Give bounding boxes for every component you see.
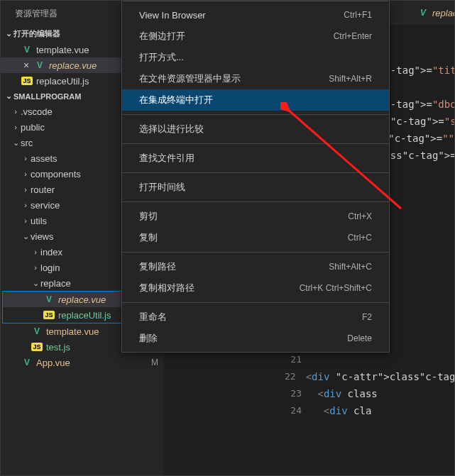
vue-icon <box>21 358 33 367</box>
menu-open-with[interactable]: 打开方式... <box>122 47 389 68</box>
menu-separator <box>122 172 389 173</box>
menu-cut[interactable]: 剪切Ctrl+X <box>122 206 389 227</box>
vue-icon <box>43 294 55 304</box>
chevron-right-icon: › <box>31 248 40 256</box>
menu-separator <box>122 201 389 202</box>
menu-copy-path[interactable]: 复制路径Shift+Alt+C <box>122 256 389 277</box>
js-icon <box>31 343 43 351</box>
vue-icon <box>33 60 46 70</box>
file-name: App.vue <box>36 358 146 368</box>
menu-select-compare[interactable]: 选择以进行比较 <box>122 118 389 140</box>
menu-open-timeline[interactable]: 打开时间线 <box>122 177 389 198</box>
menu-copy[interactable]: 复制Ctrl+C <box>122 227 389 248</box>
menu-separator <box>122 114 389 115</box>
menu-separator <box>122 143 389 144</box>
chevron-right-icon: › <box>21 185 31 194</box>
code-line: 21 <box>285 351 454 368</box>
close-icon[interactable]: × <box>21 60 32 71</box>
js-icon <box>43 311 55 319</box>
chevron-down-icon: ⌄ <box>11 138 21 148</box>
vue-icon <box>31 326 43 336</box>
vue-icon <box>21 45 33 55</box>
chevron-right-icon: › <box>21 170 31 178</box>
code-line: 24 <div cla <box>285 402 454 419</box>
chevron-down-icon: ⌄ <box>4 29 13 38</box>
menu-view-in-browser[interactable]: View In BrowserCtrl+F1 <box>122 4 389 26</box>
js-icon <box>21 77 33 85</box>
menu-delete[interactable]: 删除Delete <box>122 328 389 349</box>
chevron-right-icon: › <box>11 123 21 131</box>
open-editors-label: 打开的编辑器 <box>13 28 60 39</box>
git-status: M <box>146 358 164 367</box>
menu-separator <box>122 302 389 303</box>
file-item[interactable]: App.vue M <box>1 355 164 370</box>
chevron-down-icon: ⌄ <box>4 92 13 101</box>
vue-icon <box>417 8 429 18</box>
chevron-right-icon: › <box>21 201 31 209</box>
chevron-right-icon: › <box>11 107 21 116</box>
menu-open-in-terminal[interactable]: 在集成终端中打开 <box>122 89 389 111</box>
editor-tab[interactable]: replace.vue <box>410 1 455 25</box>
menu-rename[interactable]: 重命名F2 <box>122 306 389 328</box>
menu-separator <box>122 252 389 253</box>
project-label: SMALLPROGRAM <box>13 92 81 101</box>
tab-name: replace.vue <box>432 8 455 18</box>
chevron-right-icon: › <box>31 263 40 272</box>
menu-copy-relative-path[interactable]: 复制相对路径Ctrl+K Ctrl+Shift+C <box>122 277 389 299</box>
chevron-right-icon: › <box>21 154 31 162</box>
menu-find-references[interactable]: 查找文件引用 <box>122 148 389 169</box>
context-menu: View In BrowserCtrl+F1 在侧边打开Ctrl+Enter 打… <box>121 1 390 353</box>
menu-reveal-in-explorer[interactable]: 在文件资源管理器中显示Shift+Alt+R <box>122 68 389 89</box>
code-line: 22<div "c-attr">class"c-tag">="" <box>285 368 454 385</box>
chevron-down-icon: ⌄ <box>31 279 40 288</box>
chevron-right-icon: › <box>21 216 31 225</box>
code-line: 23 <div class <box>285 385 454 402</box>
chevron-down-icon: ⌄ <box>21 232 31 241</box>
menu-open-to-side[interactable]: 在侧边打开Ctrl+Enter <box>122 26 389 47</box>
